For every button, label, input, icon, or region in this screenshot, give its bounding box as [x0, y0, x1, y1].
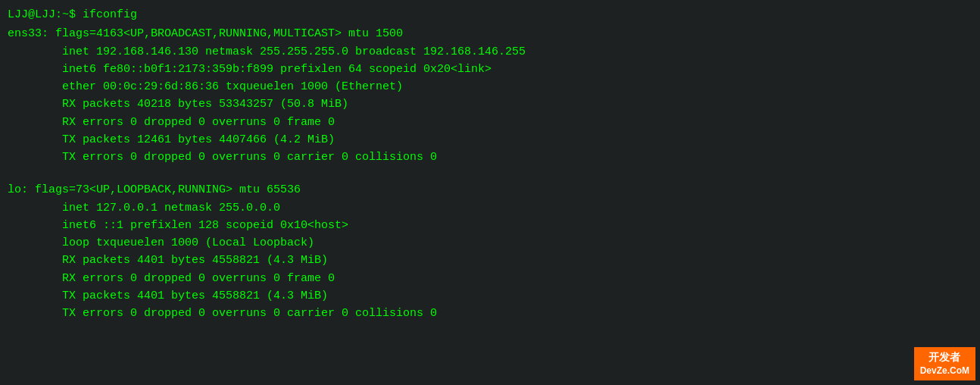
- ens33-line-1: inet 192.168.146.130 netmask 255.255.255…: [8, 43, 972, 61]
- lo-line-3: loop txqueuelen 1000 (Local Loopback): [8, 234, 972, 252]
- ens33-line-7: TX errors 0 dropped 0 overruns 0 carrier…: [8, 149, 972, 166]
- lo-line-2: inet6 ::1 prefixlen 128 scopeid 0x10<hos…: [8, 217, 972, 234]
- lo-line-6: TX packets 4401 bytes 4558821 (4.3 MiB): [8, 287, 972, 305]
- terminal-window: LJJ@LJJ:~$ ifconfig ens33: flags=4163<UP…: [0, 0, 980, 328]
- lo-header: lo: flags=73<UP,LOOPBACK,RUNNING> mtu 65…: [8, 181, 972, 199]
- watermark-en: DevZe.CoM: [920, 365, 969, 377]
- watermark-cn: 开发者: [920, 350, 969, 365]
- ens33-line-2: inet6 fe80::b0f1:2173:359b:f899 prefixle…: [8, 61, 972, 78]
- lo-line-5: RX errors 0 dropped 0 overruns 0 frame 0: [8, 270, 972, 287]
- lo-block: lo: flags=73<UP,LOOPBACK,RUNNING> mtu 65…: [8, 181, 972, 322]
- lo-line-4: RX packets 4401 bytes 4558821 (4.3 MiB): [8, 252, 972, 269]
- lo-line-7: TX errors 0 dropped 0 overruns 0 carrier…: [8, 305, 972, 322]
- ens33-header: ens33: flags=4163<UP,BROADCAST,RUNNING,M…: [8, 25, 972, 42]
- ens33-line-3: ether 00:0c:29:6d:86:36 txqueuelen 1000 …: [8, 78, 972, 95]
- ens33-line-5: RX errors 0 dropped 0 overruns 0 frame 0: [8, 114, 972, 131]
- ens33-block: ens33: flags=4163<UP,BROADCAST,RUNNING,M…: [8, 25, 972, 166]
- prompt-user: LJJ@LJJ:~$ ifconfig: [8, 8, 137, 21]
- ens33-line-6: TX packets 12461 bytes 4407466 (4.2 MiB): [8, 131, 972, 149]
- watermark: 开发者 DevZe.CoM: [914, 347, 975, 380]
- prompt-line: LJJ@LJJ:~$ ifconfig: [8, 6, 972, 23]
- blank-line-1: [8, 166, 972, 180]
- lo-line-1: inet 127.0.0.1 netmask 255.0.0.0: [8, 199, 972, 217]
- ens33-line-4: RX packets 40218 bytes 53343257 (50.8 Mi…: [8, 95, 972, 113]
